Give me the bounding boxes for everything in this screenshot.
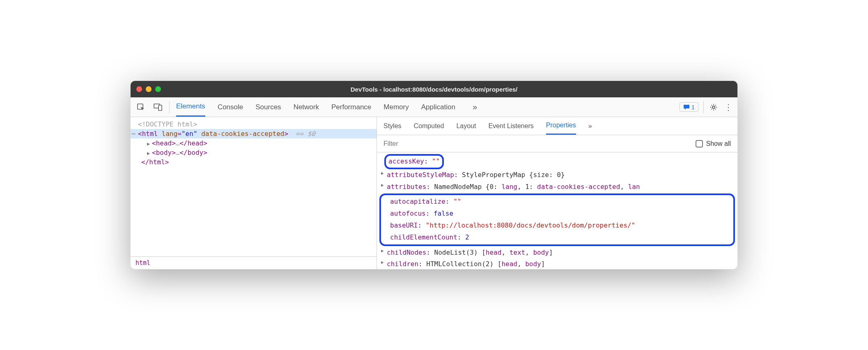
show-all-label: Show all: [706, 140, 731, 147]
highlighted-props-block: autocapitalize: "" autofocus: false base…: [379, 193, 735, 246]
devtools-window: DevTools - localhost:8080/docs/devtools/…: [130, 81, 738, 269]
prop-attributestylemap[interactable]: ▶ attributeStyleMap: StylePropertyMap {s…: [381, 169, 733, 181]
issues-badge[interactable]: 1: [680, 102, 698, 112]
dom-html-element[interactable]: <html lang="en" data-cookies-accepted> =…: [131, 129, 377, 138]
tab-network[interactable]: Network: [294, 97, 319, 117]
dom-panel: <!DOCTYPE html> <html lang="en" data-coo…: [131, 117, 377, 269]
tab-sources[interactable]: Sources: [255, 97, 281, 117]
tab-application[interactable]: Application: [421, 97, 455, 117]
maximize-window-button[interactable]: [155, 86, 161, 92]
sidebar-tabs: Styles Computed Layout Event Listeners P…: [377, 117, 737, 135]
subtab-styles[interactable]: Styles: [383, 117, 402, 135]
tabs-overflow-icon[interactable]: »: [468, 102, 482, 112]
dom-doctype[interactable]: <!DOCTYPE html>: [131, 120, 377, 129]
settings-icon[interactable]: [706, 103, 721, 111]
tab-performance[interactable]: Performance: [331, 97, 371, 117]
issues-count: 1: [691, 104, 695, 111]
tab-elements[interactable]: Elements: [176, 97, 205, 117]
prop-children[interactable]: ▶ children: HTMLCollection(2) [head, bod…: [381, 258, 733, 269]
minimize-window-button[interactable]: [146, 86, 152, 92]
prop-childelementcount[interactable]: childElementCount: 2: [384, 232, 730, 244]
close-window-button[interactable]: [136, 86, 142, 92]
titlebar: DevTools - localhost:8080/docs/devtools/…: [131, 81, 737, 97]
subtab-layout[interactable]: Layout: [456, 117, 476, 135]
dom-head-element[interactable]: ▶<head>…</head>: [131, 138, 377, 148]
subtab-computed[interactable]: Computed: [414, 117, 444, 135]
prop-accesskey[interactable]: accessKey: "": [381, 154, 733, 169]
show-all-toggle[interactable]: Show all: [696, 140, 731, 147]
prop-attributes[interactable]: ▶ attributes: NamedNodeMap {0: lang, 1: …: [381, 181, 733, 193]
prop-autofocus[interactable]: autofocus: false: [384, 208, 730, 220]
window-title: DevTools - localhost:8080/docs/devtools/…: [131, 86, 737, 93]
main-toolbar: Elements Console Sources Network Perform…: [131, 97, 737, 117]
svg-rect-2: [158, 105, 162, 111]
sidebar-panel: Styles Computed Layout Event Listeners P…: [377, 117, 737, 269]
device-toggle-icon[interactable]: [149, 97, 167, 117]
prop-childnodes[interactable]: ▶ childNodes: NodeList(3) [head, text, b…: [381, 247, 733, 259]
prop-baseuri[interactable]: baseURI: "http://localhost:8080/docs/dev…: [384, 220, 730, 232]
show-all-checkbox[interactable]: [696, 140, 703, 147]
more-menu-icon[interactable]: ⋮: [721, 102, 736, 112]
subtab-event-listeners[interactable]: Event Listeners: [488, 117, 533, 135]
svg-point-3: [712, 106, 715, 108]
traffic-lights: [131, 86, 161, 92]
content-area: <!DOCTYPE html> <html lang="en" data-coo…: [131, 117, 737, 269]
separator: [703, 101, 704, 113]
breadcrumb[interactable]: html: [131, 256, 377, 269]
dom-html-close[interactable]: </html>: [131, 157, 377, 167]
inspect-icon[interactable]: [132, 97, 149, 117]
dom-body-element[interactable]: ▶<body>…</body>: [131, 148, 377, 157]
subtabs-overflow-icon[interactable]: »: [588, 122, 592, 130]
tab-memory[interactable]: Memory: [383, 97, 409, 117]
prop-autocapitalize[interactable]: autocapitalize: "": [384, 196, 730, 208]
panel-tabs: Elements Console Sources Network Perform…: [172, 97, 482, 117]
tab-console[interactable]: Console: [218, 97, 243, 117]
filter-bar: Show all: [377, 135, 737, 152]
separator: [169, 101, 170, 113]
filter-input[interactable]: [383, 140, 696, 147]
dom-tree[interactable]: <!DOCTYPE html> <html lang="en" data-coo…: [131, 117, 377, 256]
subtab-properties[interactable]: Properties: [546, 117, 576, 135]
properties-list: accessKey: "" ▶ attributeStyleMap: Style…: [377, 152, 737, 269]
